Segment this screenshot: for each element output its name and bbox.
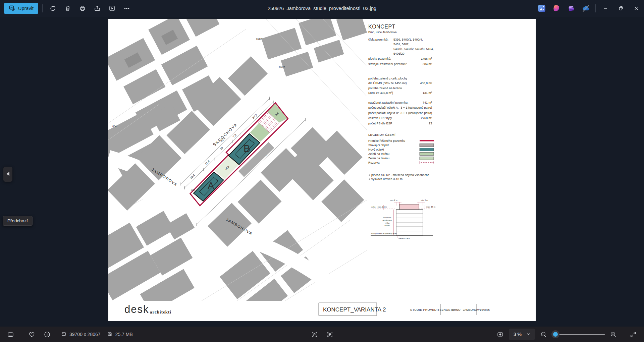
zoom-slider[interactable] [552, 328, 605, 340]
photos-app-icon[interactable] [534, 0, 549, 17]
svg-text:436,8 m²: 436,8 m² [420, 81, 432, 85]
designer-app-icon[interactable] [549, 0, 564, 17]
svg-text:stávající zastavění pozemku:: stávající zastavění pozemku: [368, 62, 407, 66]
bottom-toolbar: 39700 x 28067 25.7 MB [0, 327, 644, 342]
svg-text:potřeba zeleně z celk. plochy: potřeba zeleně z celk. plochy [368, 77, 408, 80]
doc-type: STUDIE PROVEDITELNOSTI [410, 308, 453, 311]
logo-architekti: architekti [150, 309, 171, 315]
svg-text:23: 23 [429, 122, 432, 125]
svg-text:854: 854 [112, 125, 117, 128]
zoom-out-button[interactable] [537, 328, 550, 340]
zoom-slider-track[interactable] [552, 334, 605, 335]
svg-text:min. 2 m: min. 2 m [390, 199, 397, 201]
top-toolbar: Upravit [0, 0, 644, 17]
titleblock-dash: - [404, 308, 405, 311]
photo-viewport[interactable]: ŠKROCHOVA 20,4 11,4 20 7,9 37,3 [108, 19, 536, 321]
text-extract-button[interactable] [323, 328, 336, 340]
dimensions-icon [61, 331, 67, 338]
svg-text:Stávající objekt: Stávající objekt [368, 144, 389, 147]
svg-text:Maximální: Maximální [383, 217, 391, 219]
sheet-date: 09/2025 [480, 308, 490, 311]
svg-text:5399, 5400/1, 5400/4,: 5399, 5400/1, 5400/4, [393, 38, 423, 41]
svg-text:5401, 5402,: 5401, 5402, [393, 43, 410, 46]
svg-text:max. 3,5 m: max. 3,5 m [378, 206, 387, 208]
fullscreen-button[interactable] [627, 328, 639, 340]
svg-text:dle ÚPMB (30% ze 1456 m²): dle ÚPMB (30% ze 1456 m²) [368, 81, 407, 85]
svg-text:3 + 1 (ustoupené patro): 3 + 1 (ustoupené patro) [400, 111, 432, 115]
delete-button[interactable] [61, 2, 74, 14]
svg-text:131 m²: 131 m² [423, 91, 432, 95]
svg-text:Nový objekt: Nový objekt [368, 148, 384, 151]
edit-button-label: Upravit [18, 6, 34, 11]
svg-text:regulovaná: regulovaná [382, 219, 392, 221]
svg-text:počet podlaží objekt A:: počet podlaží objekt A: [368, 106, 399, 109]
edit-button[interactable]: Upravit [4, 3, 38, 14]
chevron-down-icon [526, 332, 530, 337]
image-dimensions: 39700 x 28067 [69, 332, 101, 337]
svg-text:plocha pozemků:: plocha pozemků: [368, 57, 391, 60]
svg-text:Zeleň na terénu: Zeleň na terénu [368, 157, 389, 160]
svg-text:počet PS dle BSP: počet PS dle BSP [368, 122, 392, 125]
edit-image-icon [9, 5, 15, 12]
file-size: 25.7 MB [115, 332, 133, 337]
svg-text:3 + 1 (ustoupené patro): 3 + 1 (ustoupené patro) [400, 106, 432, 109]
file-size-icon [107, 331, 113, 338]
svg-text:741 m²: 741 m² [423, 101, 432, 104]
zoom-divider [623, 331, 623, 338]
svg-text:831: 831 [191, 189, 196, 192]
share-button[interactable] [91, 2, 104, 14]
svg-text:Hranice řešeného pozemku: Hranice řešeného pozemku [368, 139, 405, 142]
svg-text:min. 2 m: min. 2 m [421, 199, 428, 201]
visual-search-button[interactable] [308, 328, 321, 340]
zoom-slider-thumb[interactable] [553, 332, 558, 337]
info-button[interactable] [41, 328, 53, 340]
building-b-label: B [244, 143, 250, 154]
rotate-button[interactable] [47, 2, 59, 14]
panel-title: KONCEPT [368, 24, 395, 30]
svg-text:5403/1, 5403/2, 5403/3, 5404,: 5403/1, 5403/2, 5403/3, 5404, [393, 47, 434, 51]
previous-image-button[interactable] [3, 167, 12, 182]
bottombar-divider [21, 331, 21, 338]
zoom-level-value: 3 % [514, 332, 522, 337]
clipchamp-app-icon[interactable] [564, 0, 579, 17]
svg-text:výška: výška [385, 222, 390, 224]
svg-text:180/2: 180/2 [279, 66, 285, 69]
svg-text:Rezerva: Rezerva [368, 161, 380, 164]
svg-text:5406/20: 5406/20 [393, 52, 405, 55]
parcels-label: čísla pozemků: [368, 38, 388, 41]
favorite-button[interactable] [25, 328, 38, 340]
svg-text:celkové HPP byty: celkové HPP byty [368, 116, 392, 120]
zoom-in-button[interactable] [607, 328, 620, 340]
more-options-button[interactable] [120, 2, 133, 14]
toolbar-divider [42, 4, 43, 12]
location: BRNO - JAMBOROVA [452, 308, 481, 311]
logo-desk: desk [124, 303, 149, 315]
svg-text:Atika: Atika [371, 206, 376, 208]
svg-text:Stávající terén = upravený ter: Stávající terén = upravený terén [371, 232, 397, 234]
zoom-level-dropdown[interactable]: 3 % [509, 329, 535, 340]
svg-text:max. 3,5 m: max. 3,5 m [426, 206, 436, 208]
minimize-button[interactable] [598, 0, 613, 17]
panel-subtitle: Brno, ulice Jamborova [368, 31, 397, 34]
title-block: desk architekti KONCEPT_VARIANTA 2 - STU… [124, 303, 490, 316]
svg-text:počet podlaží objekt B:: počet podlaží objekt B: [368, 111, 399, 115]
svg-text:potřeba zeleně na terénu: potřeba zeleně na terénu [368, 87, 402, 90]
svg-text:20: 20 [219, 146, 224, 151]
plan-drawing: ŠKROCHOVA 20,4 11,4 20 7,9 37,3 [108, 19, 536, 321]
slideshow-button[interactable] [106, 2, 118, 14]
onedrive-offline-icon[interactable] [579, 0, 593, 17]
fit-to-window-button[interactable] [494, 328, 507, 340]
svg-text:plocha SU.R2 - smíšená obytná: plocha SU.R2 - smíšená obytná všeobecná [371, 173, 429, 177]
close-button[interactable] [629, 0, 644, 17]
building-a-label: A [208, 180, 214, 191]
print-button[interactable] [76, 2, 89, 14]
site-plan-map: ŠKROCHOVA 20,4 11,4 20 7,9 37,3 [108, 19, 385, 321]
window-title: 250926_Jamborova_studie_proveditelnosti_… [268, 0, 376, 17]
previous-arrow-icon [6, 171, 10, 177]
filmstrip-toggle-button[interactable] [4, 328, 17, 340]
variant-title: KONCEPT_VARIANTA 2 [323, 306, 386, 313]
restore-button[interactable] [613, 0, 629, 17]
legend: Hranice řešeného pozemku Stávající objek… [368, 139, 434, 164]
svg-text:764/8: 764/8 [256, 38, 262, 41]
legend-title: LEGENDA ÚZEMÍ [368, 133, 395, 136]
